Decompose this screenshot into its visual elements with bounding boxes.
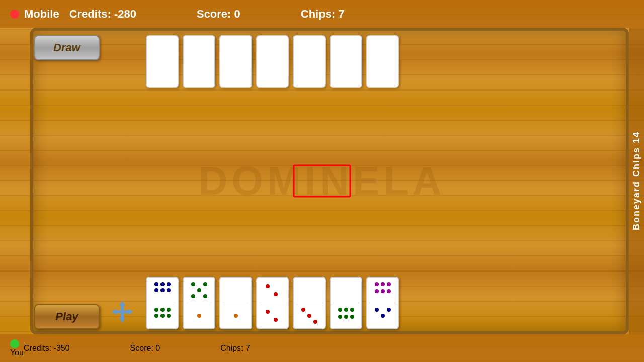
you-indicator: You [10, 339, 24, 357]
domino-7-top [367, 278, 398, 303]
opponent-card-6 [330, 35, 362, 88]
svg-rect-5 [121, 305, 124, 319]
domino-4-top [257, 278, 288, 303]
domino-3-bottom [220, 303, 251, 328]
opponent-card-7 [366, 35, 399, 88]
domino-5-top [294, 278, 325, 303]
opponent-card-4 [256, 35, 289, 88]
svg-point-13 [160, 308, 165, 312]
domino-2-top [184, 278, 214, 303]
play-placeholder[interactable] [293, 165, 351, 198]
svg-point-14 [167, 308, 171, 312]
svg-point-16 [160, 314, 165, 318]
svg-point-24 [234, 314, 238, 318]
svg-point-28 [274, 318, 278, 322]
svg-point-17 [167, 314, 171, 318]
domino-7-bottom [367, 303, 398, 328]
svg-point-11 [167, 288, 171, 292]
you-credits: Credits: -350 [24, 344, 70, 353]
domino-3-top [220, 278, 251, 303]
opponent-card-2 [183, 35, 215, 88]
player-domino-1[interactable] [146, 277, 179, 329]
svg-point-22 [203, 294, 207, 298]
svg-point-7 [160, 282, 165, 286]
move-icon[interactable] [110, 299, 135, 324]
svg-point-8 [167, 282, 171, 286]
svg-point-21 [191, 294, 195, 298]
svg-point-45 [387, 308, 391, 312]
boneyard-panel: Boneyard Chips 14 [629, 28, 644, 334]
svg-point-37 [350, 315, 354, 319]
play-button-label: Play [55, 310, 78, 323]
domino-5-bottom [294, 303, 325, 328]
svg-point-39 [381, 282, 385, 286]
opponent-card-1 [146, 35, 179, 88]
svg-point-30 [307, 314, 311, 318]
player-domino-4[interactable] [256, 277, 289, 329]
player-domino-3[interactable] [219, 277, 252, 329]
svg-point-40 [387, 282, 391, 286]
mobile-credits: Credits: -280 [69, 8, 136, 21]
svg-point-38 [375, 282, 379, 286]
play-area[interactable] [293, 165, 351, 198]
mobile-score: Score: 0 [197, 8, 240, 21]
you-name: You [10, 348, 24, 357]
svg-point-29 [301, 308, 305, 312]
svg-point-9 [154, 288, 158, 292]
domino-2-bottom [184, 303, 214, 328]
svg-point-33 [344, 308, 348, 312]
svg-point-41 [375, 289, 379, 293]
svg-point-34 [350, 308, 354, 312]
svg-point-36 [344, 315, 348, 319]
player-domino-5[interactable] [293, 277, 326, 329]
opponent-hand [146, 35, 399, 88]
game-container: DOMINELA Boneyard Chips 14 Mobile Credit… [0, 0, 644, 362]
svg-point-23 [197, 314, 201, 318]
play-button[interactable]: Play [34, 304, 100, 329]
player-domino-2[interactable] [183, 277, 215, 329]
svg-point-19 [203, 282, 207, 286]
svg-point-44 [375, 308, 379, 312]
svg-point-27 [266, 310, 270, 314]
domino-6-bottom [331, 303, 361, 328]
svg-point-25 [266, 284, 270, 288]
you-score: Score: 0 [130, 344, 160, 353]
svg-point-31 [313, 320, 317, 324]
mobile-indicator: Mobile [10, 8, 59, 21]
svg-point-42 [381, 289, 385, 293]
player-hand[interactable] [146, 277, 399, 329]
draw-button[interactable]: Draw [34, 35, 100, 60]
svg-point-43 [387, 289, 391, 293]
svg-point-46 [381, 314, 385, 318]
bottom-status-bar: You Credits: -350 Score: 0 Chips: 7 [0, 334, 644, 362]
svg-point-32 [338, 308, 342, 312]
domino-1-bottom [147, 303, 178, 328]
domino-4-bottom [257, 303, 288, 328]
svg-point-12 [154, 308, 158, 312]
svg-point-10 [160, 288, 165, 292]
svg-point-18 [191, 282, 195, 286]
svg-point-6 [154, 282, 158, 286]
you-dot [10, 339, 19, 348]
mobile-chips: Chips: 7 [301, 8, 345, 21]
boneyard-label: Boneyard Chips 14 [631, 131, 642, 230]
svg-point-20 [197, 288, 201, 292]
opponent-card-5 [293, 35, 326, 88]
svg-point-15 [154, 314, 158, 318]
domino-1-top [147, 278, 178, 303]
draw-button-label: Draw [53, 41, 80, 54]
you-chips: Chips: 7 [220, 344, 250, 353]
domino-6-top [331, 278, 361, 303]
top-status-bar: Mobile Credits: -280 Score: 0 Chips: 7 [0, 0, 644, 28]
svg-point-26 [274, 292, 278, 296]
svg-point-35 [338, 315, 342, 319]
opponent-card-3 [219, 35, 252, 88]
mobile-name: Mobile [24, 8, 59, 21]
player-domino-6[interactable] [330, 277, 362, 329]
mobile-dot [10, 10, 19, 19]
player-domino-7[interactable] [366, 277, 399, 329]
